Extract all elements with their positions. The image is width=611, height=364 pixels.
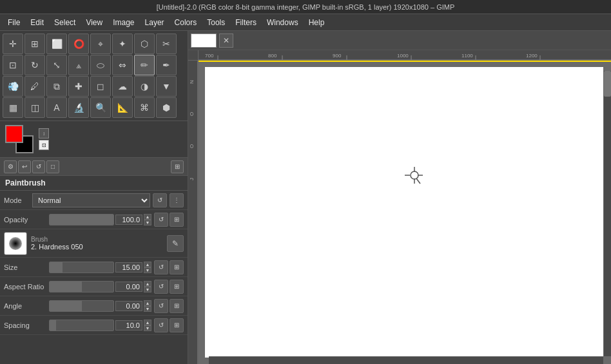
size-slider[interactable] (49, 262, 114, 273)
angle-down[interactable]: ▼ (144, 306, 151, 312)
canvas-white[interactable] (205, 67, 603, 358)
spacing-slider[interactable] (49, 320, 114, 331)
canvas-area: ✕ 700 800 900 1000 1100 (188, 31, 611, 364)
measure-tool[interactable]: 📐 (112, 97, 133, 118)
color-swatches[interactable] (5, 125, 34, 153)
tool-options-window-icon[interactable]: □ (46, 160, 59, 173)
menu-colors[interactable]: Colors (170, 16, 202, 29)
brush-edit-btn[interactable]: ✎ (167, 235, 184, 252)
menu-edit[interactable]: Edit (25, 16, 49, 29)
opacity-value[interactable]: 100.0 (115, 215, 142, 225)
menu-filters[interactable]: Filters (230, 16, 262, 29)
blend-tool[interactable]: ◫ (24, 97, 45, 118)
spacing-link-btn[interactable]: ⊞ (170, 318, 184, 332)
airbrush-tool[interactable]: 💨 (3, 76, 23, 97)
perspective-tool[interactable]: ⬭ (90, 55, 111, 75)
menu-image[interactable]: Image (108, 16, 139, 29)
scale-tool[interactable]: ⤡ (46, 55, 67, 75)
menu-tools[interactable]: Tools (202, 16, 230, 29)
aspect-ratio-down[interactable]: ▼ (144, 287, 151, 292)
scrollbar-bottom[interactable] (209, 356, 603, 364)
svg-text:1200: 1200 (526, 53, 538, 59)
scrollbar-right[interactable] (603, 71, 611, 356)
tool-options-undo-icon[interactable]: ↺ (32, 160, 45, 173)
aspect-ratio-slider[interactable] (49, 281, 114, 292)
tool-options-reset-icon[interactable]: ↩ (18, 160, 31, 173)
angle-value[interactable]: 0.00 (115, 301, 142, 311)
opacity-link-btn[interactable]: ⊞ (170, 213, 184, 227)
size-value[interactable]: 15.00 (115, 262, 142, 273)
shear-tool[interactable]: ⟁ (68, 55, 89, 75)
angle-slider[interactable] (49, 300, 114, 312)
pencil-tool[interactable]: ✒ (156, 55, 177, 75)
aspect-ratio-up[interactable]: ▲ (144, 281, 151, 287)
crop-tool[interactable]: ⊡ (3, 55, 23, 75)
spacing-spinner: ▲ ▼ (144, 320, 151, 331)
menu-select[interactable]: Select (49, 16, 81, 29)
canvas-content[interactable] (199, 61, 611, 364)
by-color-select-tool[interactable]: ⬡ (134, 34, 155, 54)
eraser-tool[interactable]: ◻ (90, 76, 111, 97)
spacing-value[interactable]: 10.0 (115, 320, 142, 330)
menu-view[interactable]: View (81, 16, 108, 29)
size-up[interactable]: ▲ (144, 262, 151, 267)
aspect-ratio-value[interactable]: 0.00 (115, 282, 142, 292)
tool-options-expand-icon[interactable]: ⊞ (171, 160, 184, 173)
opacity-up[interactable]: ▲ (144, 214, 151, 220)
angle-link-btn[interactable]: ⊞ (170, 299, 184, 313)
color-picker-tool[interactable]: 🔬 (68, 97, 89, 118)
reset-colors-btn[interactable]: ⊡ (39, 140, 49, 150)
rect-select-tool[interactable]: ⬜ (46, 34, 67, 54)
opacity-slider[interactable] (49, 214, 114, 225)
menu-file[interactable]: File (3, 16, 25, 29)
zoom-tool[interactable]: 🔍 (90, 97, 111, 118)
size-link-btn[interactable]: ⊞ (170, 260, 184, 274)
opacity-reset-btn[interactable]: ↺ (154, 213, 168, 227)
angle-reset-btn[interactable]: ↺ (154, 299, 168, 313)
tool-options-config-icon[interactable]: ⚙ (4, 160, 17, 173)
bucket-fill-tool[interactable]: ▼ (156, 76, 177, 97)
paintbrush-tool[interactable]: ✏ (134, 55, 155, 75)
mode-select[interactable]: Normal Dissolve Multiply Screen Overlay (32, 193, 150, 207)
move-tool[interactable]: ✛ (3, 34, 23, 54)
scissors-select-tool[interactable]: ✂ (156, 34, 177, 54)
smudge-tool[interactable]: ☁ (112, 76, 133, 97)
gradient-tool[interactable]: ▦ (3, 97, 23, 118)
heal-tool[interactable]: ✚ (68, 76, 89, 97)
free-select-tool[interactable]: ⌖ (90, 34, 111, 54)
dodge-burn-tool[interactable]: ◑ (134, 76, 155, 97)
spacing-down[interactable]: ▼ (144, 325, 151, 331)
brush-preview[interactable] (4, 232, 27, 255)
angle-up[interactable]: ▲ (144, 300, 151, 306)
flip-tool[interactable]: ⇔ (112, 55, 133, 75)
swap-colors-btn[interactable]: ↕ (39, 128, 49, 139)
menu-layer[interactable]: Layer (140, 16, 170, 29)
menu-help[interactable]: Help (304, 16, 330, 29)
cursor-crosshair (405, 167, 424, 189)
ink-tool[interactable]: 🖊 (24, 76, 45, 97)
rotate-tool[interactable]: ↻ (24, 55, 45, 75)
ellipse-select-tool[interactable]: ⭕ (68, 34, 89, 54)
canvas-wrapper[interactable]: 700 800 900 1000 1100 1200 (188, 50, 611, 364)
foreground-color[interactable] (5, 125, 23, 143)
menu-windows[interactable]: Windows (262, 16, 304, 29)
aspect-ratio-link-btn[interactable]: ⊞ (170, 280, 184, 294)
opacity-down[interactable]: ▼ (144, 220, 151, 225)
size-row: Size 15.00 ▲ ▼ ↺ ⊞ (0, 258, 188, 277)
text-tool[interactable]: A (46, 97, 67, 118)
spacing-up[interactable]: ▲ (144, 320, 151, 325)
aspect-ratio-reset-btn[interactable]: ↺ (154, 280, 168, 294)
angle-spinner: ▲ ▼ (144, 300, 151, 312)
mode-reset-btn[interactable]: ↺ (153, 193, 167, 207)
fuzzy-select-tool[interactable]: ✦ (112, 34, 133, 54)
path-tool[interactable]: ⌘ (134, 97, 155, 118)
mode-extra-btn[interactable]: ⋮ (170, 193, 184, 207)
clone-tool[interactable]: ⧉ (46, 76, 67, 97)
size-down[interactable]: ▼ (144, 267, 151, 273)
size-reset-btn[interactable]: ↺ (154, 260, 168, 274)
spacing-reset-btn[interactable]: ↺ (154, 318, 168, 332)
align-tool[interactable]: ⊞ (24, 34, 45, 54)
cage-transform-tool[interactable]: ⬢ (156, 97, 177, 118)
scrollbar-right-thumb[interactable] (604, 71, 611, 97)
canvas-close-btn[interactable]: ✕ (219, 34, 233, 48)
